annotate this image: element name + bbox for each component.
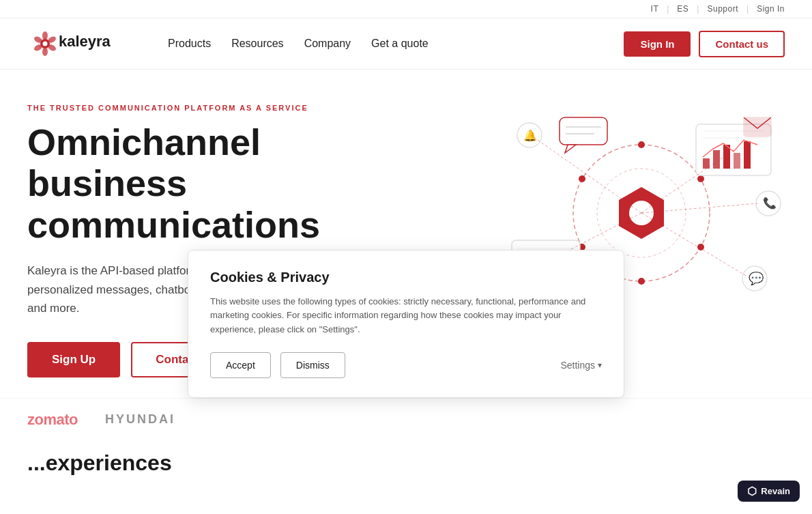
svg-rect-39	[560, 117, 607, 145]
divider-2: |	[697, 4, 699, 14]
nav-links: Products Resources Company Get a quote	[168, 38, 429, 50]
nav-link-resources[interactable]: Resources	[231, 38, 283, 50]
svg-point-19	[579, 175, 585, 182]
svg-point-15	[697, 175, 704, 182]
nav-signin-button[interactable]: Sign In	[624, 31, 691, 57]
svg-point-4	[42, 48, 48, 56]
svg-point-8	[43, 42, 48, 46]
divider-1: |	[667, 4, 669, 14]
hero-signup-button[interactable]: Sign Up	[27, 342, 120, 377]
svg-line-43	[641, 150, 734, 213]
svg-text:💬: 💬	[749, 271, 764, 286]
cookie-text: This website uses the following types of…	[210, 295, 602, 337]
hero-tag: THE TRUSTED COMMUNICATION PLATFORM AS A …	[27, 104, 423, 112]
cookie-actions: Accept Dismiss Settings ▾	[210, 352, 602, 378]
nav-link-company[interactable]: Company	[304, 38, 351, 50]
brand-hyundai: HYUNDAI	[105, 412, 175, 427]
revain-icon: ⬡	[747, 485, 757, 498]
svg-text:📞: 📞	[763, 197, 777, 210]
svg-point-14	[638, 141, 645, 148]
svg-marker-40	[565, 145, 576, 153]
top-utility-bar: IT | ES | Support | Sign In	[0, 0, 812, 18]
experiences-text: ...experiences	[27, 451, 172, 475]
cookie-dismiss-button[interactable]: Dismiss	[280, 352, 345, 378]
svg-rect-25	[744, 141, 751, 169]
cookie-title: Cookies & Privacy	[210, 270, 602, 285]
chevron-down-icon: ▾	[598, 360, 602, 370]
svg-point-16	[697, 244, 704, 251]
svg-text:kaleyra: kaleyra	[59, 33, 111, 50]
nav-right: Sign In Contact us	[624, 31, 785, 57]
svg-rect-22	[713, 150, 720, 169]
logo[interactable]: kaleyra	[27, 27, 143, 61]
revain-badge: ⬡ Revain	[738, 481, 800, 502]
svg-point-1	[42, 31, 48, 40]
main-nav: kaleyra Products Resources Company Get a…	[0, 18, 812, 70]
cookie-accept-button[interactable]: Accept	[210, 352, 271, 378]
svg-text:🔔: 🔔	[523, 129, 537, 142]
hero-section: THE TRUSTED COMMUNICATION PLATFORM AS A …	[0, 70, 812, 398]
top-link-es[interactable]: ES	[677, 4, 688, 14]
divider-3: |	[746, 4, 749, 14]
nav-contact-button[interactable]: Contact us	[699, 31, 785, 57]
nav-left: kaleyra Products Resources Company Get a…	[27, 27, 429, 61]
kaleyra-logo-svg: kaleyra	[27, 27, 143, 61]
top-link-support[interactable]: Support	[707, 4, 738, 14]
cookie-settings-label: Settings	[560, 360, 595, 371]
brands-strip: zomato HYUNDAI	[0, 398, 812, 441]
experiences-section-peek: ...experiences	[0, 441, 812, 476]
nav-link-get-quote[interactable]: Get a quote	[371, 38, 429, 50]
cookie-banner: Cookies & Privacy This website uses the …	[188, 250, 624, 398]
top-link-it[interactable]: IT	[651, 4, 659, 14]
brand-zomato: zomato	[27, 411, 78, 429]
svg-rect-24	[734, 153, 740, 169]
svg-point-17	[638, 278, 645, 285]
revain-label: Revain	[761, 486, 790, 496]
cookie-settings-button[interactable]: Settings ▾	[560, 360, 602, 371]
hero-title: Omnichannel business communications	[27, 122, 423, 245]
top-link-signin[interactable]: Sign In	[757, 4, 785, 14]
nav-link-products[interactable]: Products	[168, 38, 211, 50]
